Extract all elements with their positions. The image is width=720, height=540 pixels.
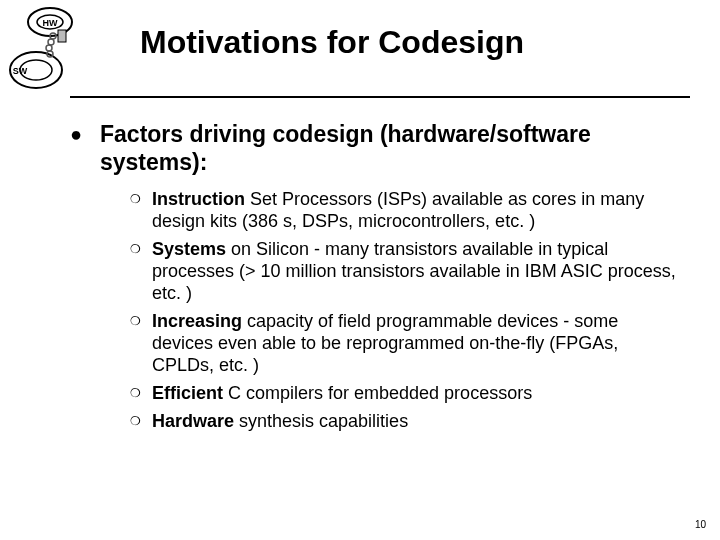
bullet-circle-icon: ❍ [130,188,152,210]
svg-point-5 [48,39,54,45]
level2-text: Increasing capacity of field programmabl… [152,310,680,376]
level2-item: ❍ Hardware synthesis capabilities [130,410,680,432]
level2-text: Instruction Set Processors (ISPs) availa… [152,188,680,232]
logo-sw-text: SW [13,66,28,76]
svg-point-6 [46,45,52,51]
level2-text: Systems on Silicon - many transistors av… [152,238,680,304]
bullet-circle-icon: ❍ [130,310,152,332]
hw-sw-handcuff-logo: HW SW [6,6,102,94]
slide-body: ● Factors driving codesign (hardware/sof… [70,120,680,438]
level2-item: ❍ Increasing capacity of field programma… [130,310,680,376]
svg-rect-8 [58,30,66,42]
level2-item: ❍ Efficient C compilers for embedded pro… [130,382,680,404]
slide-title: Motivations for Codesign [140,24,524,61]
level1-item: ● Factors driving codesign (hardware/sof… [70,120,680,176]
title-underline [70,96,690,98]
bullet-disc-icon: ● [70,120,100,148]
level2-list: ❍ Instruction Set Processors (ISPs) avai… [130,188,680,432]
logo-hw-text: HW [43,18,58,28]
level2-text: Hardware synthesis capabilities [152,410,408,432]
bullet-circle-icon: ❍ [130,238,152,260]
level2-item: ❍ Instruction Set Processors (ISPs) avai… [130,188,680,232]
bullet-circle-icon: ❍ [130,410,152,432]
bullet-circle-icon: ❍ [130,382,152,404]
level2-text: Efficient C compilers for embedded proce… [152,382,532,404]
page-number: 10 [695,519,706,530]
level1-text: Factors driving codesign (hardware/softw… [100,120,680,176]
level2-item: ❍ Systems on Silicon - many transistors … [130,238,680,304]
